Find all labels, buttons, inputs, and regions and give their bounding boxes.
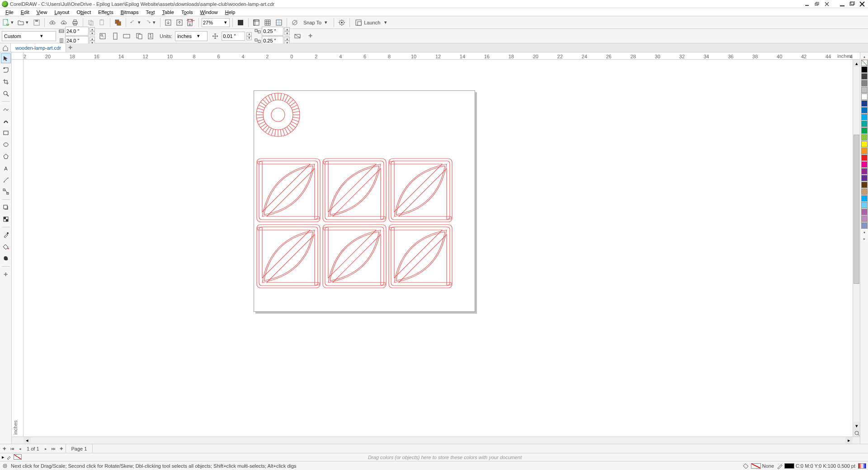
swatch-5[interactable] [861,100,868,107]
swatch-2[interactable] [861,80,868,86]
swatch-6[interactable] [861,107,868,113]
paste-button[interactable] [97,18,107,28]
swatch-none[interactable] [861,60,868,66]
pick-tool[interactable] [1,53,11,63]
minimize-button[interactable] [838,1,846,7]
show-rulers-button[interactable] [251,18,261,28]
new-button[interactable]: +▾ [2,18,15,28]
swatch-4[interactable] [861,94,868,100]
swatch-0[interactable] [861,66,868,73]
add-document-tab-button[interactable]: ✚ [66,43,75,52]
add-page-button[interactable]: ✚ [1,445,8,452]
menu-table[interactable]: Table [159,8,178,16]
menu-layout[interactable]: Layout [51,8,73,16]
menu-view[interactable]: View [33,8,51,16]
last-page-button[interactable]: ⏭ [50,445,57,452]
canvas[interactable] [24,60,853,437]
vertical-scroll-thumb[interactable] [854,135,859,284]
swatch-8[interactable] [861,121,868,127]
ruler-origin[interactable] [12,52,24,60]
swatch-12[interactable] [861,148,868,154]
current-page-button[interactable]: 1 [146,31,156,41]
undo-button[interactable]: ▾ [129,18,142,28]
close-button[interactable] [858,1,866,7]
cloud-download-button[interactable] [59,18,69,28]
palette-flyout[interactable]: ▸ [861,235,868,242]
fill-indicator[interactable]: None [743,463,774,469]
redo-button[interactable]: ▾ [144,18,157,28]
menu-bitmaps[interactable]: Bitmaps [117,8,142,16]
fill-tool[interactable] [1,242,11,252]
docpal-menu-button[interactable]: ▸ [2,454,5,460]
parallel-dim-tool[interactable] [1,175,11,185]
swatch-19[interactable] [861,195,868,202]
fullscreen-preview-button[interactable] [236,18,245,28]
zoom-tool[interactable] [1,89,11,99]
menu-tools[interactable]: Tools [178,8,197,16]
print-button[interactable] [70,18,80,28]
smart-fill-tool[interactable] [1,254,11,263]
export-button[interactable] [175,18,184,28]
portrait-button[interactable] [110,31,120,41]
swatch-23[interactable] [861,222,868,229]
horizontal-scrollbar[interactable]: ◂ ▸ [12,437,860,444]
swatch-3[interactable] [861,87,868,93]
swatch-10[interactable] [861,134,868,141]
zoom-level-field[interactable]: ▾ [202,18,230,27]
palette-scroll-up[interactable]: ▴ [861,53,868,60]
restore-child-button[interactable] [813,1,821,7]
units-combo[interactable]: inches▾ [175,31,208,41]
all-pages-button[interactable] [134,31,144,41]
page-preset-combo[interactable]: Custom▾ [2,31,56,41]
options-button[interactable] [337,18,347,28]
dup-y-input[interactable] [263,38,283,43]
menu-file[interactable]: File [2,8,17,16]
horizontal-ruler[interactable]: inches 222018161412108642024681012141618… [24,52,853,60]
page-width-input[interactable] [66,28,88,34]
maximize-button[interactable] [848,1,856,7]
swatch-15[interactable] [861,168,868,174]
page-tab[interactable]: Page 1 [66,444,93,453]
swatch-11[interactable] [861,141,868,147]
page-width-spin[interactable]: ▲▼ [90,27,95,35]
scroll-up-button[interactable]: ▴ [853,60,860,67]
menu-edit[interactable]: Edit [17,8,33,16]
nudge-spin[interactable]: ▲▼ [246,32,252,40]
freehand-tool[interactable] [1,104,11,114]
menu-window[interactable]: Window [197,8,222,16]
docpal-swatch-none[interactable] [14,454,22,460]
connector-tool[interactable] [1,187,11,197]
next-page-button[interactable]: ▸ [42,445,50,452]
vertical-scrollbar[interactable]: ▴ ▾ [853,60,860,437]
scroll-left-button[interactable]: ◂ [24,437,31,444]
shape-tool[interactable] [1,65,11,75]
treat-as-filled-button[interactable] [292,31,302,41]
page-height-input[interactable] [66,38,88,43]
scroll-down-button[interactable]: ▾ [853,422,860,429]
eyedropper-tool[interactable] [1,230,11,240]
clone-button[interactable] [113,18,123,28]
minimize-child-button[interactable] [803,1,811,7]
snap-to-button[interactable]: Snap To▾ [301,18,331,28]
dup-x-input[interactable] [263,28,283,34]
swatch-20[interactable] [861,202,868,208]
palette-scroll-down[interactable]: ▾ [861,229,868,235]
ellipse-tool[interactable] [1,140,11,150]
outline-indicator[interactable]: C:0 M:0 Y:0 K:100 0.500 pt [777,463,855,469]
add-preset-button[interactable]: ✚ [305,31,315,41]
swatch-1[interactable] [861,73,868,80]
drop-shadow-tool[interactable] [1,202,11,212]
show-guidelines-button[interactable] [274,18,284,28]
polygon-tool[interactable] [1,151,11,161]
swatch-17[interactable] [861,182,868,188]
swatch-13[interactable] [861,155,868,161]
menu-object[interactable]: Object [73,8,94,16]
vertical-ruler[interactable]: inches [12,60,24,437]
landscape-button[interactable] [122,31,132,41]
swatch-18[interactable] [861,188,868,195]
add-page-after-button[interactable]: ✚ [58,445,65,452]
show-grid-button[interactable] [263,18,273,28]
close-child-button[interactable] [823,1,831,7]
navigator-button[interactable] [853,429,860,437]
launch-button[interactable]: Launch▾ [353,18,391,28]
